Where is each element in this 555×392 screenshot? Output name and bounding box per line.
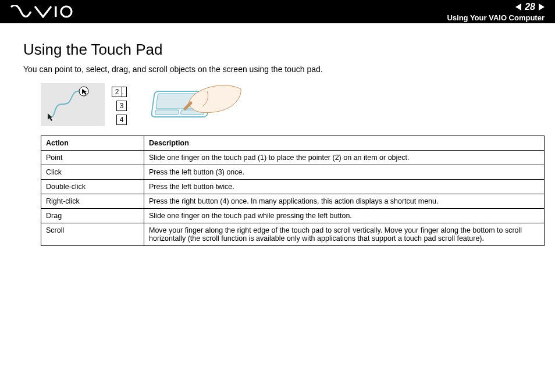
section-title: Using Your VAIO Computer xyxy=(447,13,545,22)
table-row: PointSlide one finger on the touch pad (… xyxy=(41,151,545,165)
table-row: ClickPress the left button (3) once. xyxy=(41,165,545,180)
callout-3: 3 xyxy=(116,101,127,111)
table-row: Right-clickPress the right button (4) on… xyxy=(41,194,545,209)
svg-rect-5 xyxy=(155,110,179,115)
col-action: Action xyxy=(41,136,144,151)
pointer-figure xyxy=(41,83,105,126)
col-description: Description xyxy=(144,136,545,151)
page-title: Using the Touch Pad xyxy=(23,41,532,59)
next-page-arrow-icon[interactable] xyxy=(539,3,545,10)
figure-row: 2 1 3 4 xyxy=(41,83,532,126)
page-navigator: 28 xyxy=(515,2,545,12)
table-row: Double-clickPress the left button twice. xyxy=(41,180,545,194)
page-number: 28 xyxy=(525,2,535,12)
intro-text: You can point to, select, drag, and scro… xyxy=(23,65,532,74)
callout-2: 2 xyxy=(112,87,122,97)
callout-4: 4 xyxy=(116,115,127,125)
page-content: Using the Touch Pad You can point to, se… xyxy=(0,23,555,269)
table-row: ScrollMove your finger along the right e… xyxy=(41,223,545,246)
actions-table: Action Description PointSlide one finger… xyxy=(41,136,545,246)
header-bar: 28 Using Your VAIO Computer xyxy=(0,0,555,23)
vaio-logo xyxy=(10,5,74,18)
svg-rect-0 xyxy=(55,6,57,17)
prev-page-arrow-icon[interactable] xyxy=(515,3,521,10)
svg-point-1 xyxy=(61,6,72,17)
touchpad-figure xyxy=(138,83,243,126)
table-row: DragSlide one finger on the touch pad wh… xyxy=(41,209,545,223)
